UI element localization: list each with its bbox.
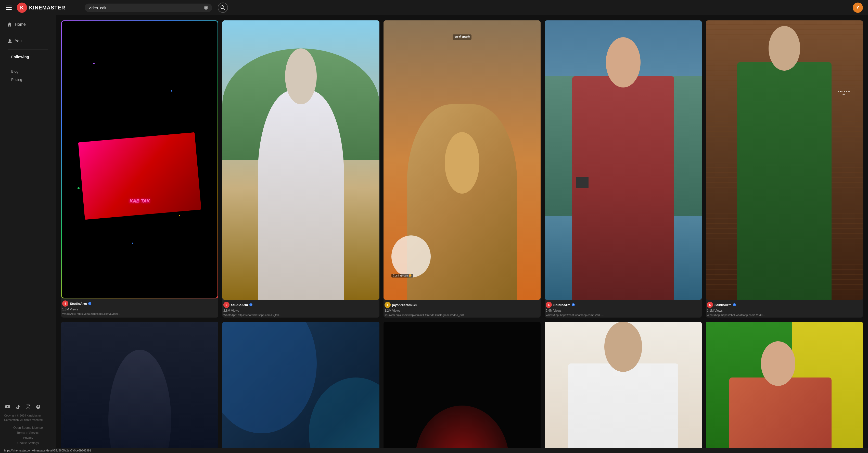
- user-icon: [7, 38, 12, 43]
- creator-avatar-5: S: [707, 302, 713, 308]
- content-area: KAB TAK S StudioArm ✓ 1.3M Views WhatsAp…: [56, 15, 868, 453]
- sidebar-footer: Copyright © 2024 KineMaster Corporation,…: [0, 399, 56, 449]
- video-info-4: S StudioArm ✓ 2.4M Views WhatsApp: https…: [545, 300, 702, 318]
- youtube-icon[interactable]: [4, 403, 11, 411]
- svg-line-6: [224, 8, 225, 10]
- sidebar-divider-2: [8, 49, 48, 50]
- svg-point-12: [29, 405, 30, 406]
- video-desc-5: WhatsApp: https://chat.whatsapp.com/LVjf…: [707, 313, 862, 316]
- creator-name-3: jayshreeram870: [392, 303, 417, 307]
- video-views-5: 1.1M Views: [707, 309, 862, 312]
- following-label: Following: [4, 53, 52, 61]
- video-card-8[interactable]: K KineMaster 6.4M Views: [383, 322, 540, 453]
- video-card-10[interactable]: [706, 322, 863, 453]
- video-card-3[interactable]: जय माँ सरस्वती Coming soon 🤩 j jayshreer…: [383, 21, 540, 318]
- video-card-9[interactable]: [545, 322, 702, 453]
- video-desc-4: WhatsApp: https://chat.whatsapp.com/LVjf…: [546, 313, 701, 316]
- sidebar-divider-3: [8, 64, 48, 64]
- kab-tak-text: KAB TAK: [129, 199, 150, 204]
- logo-text: KINEMASTER: [29, 5, 65, 11]
- sidebar-item-blog[interactable]: Blog: [4, 67, 52, 76]
- svg-point-7: [9, 39, 11, 41]
- video-desc-1: WhatsApp: https://chat.whatsapp.com/LVjf…: [62, 312, 217, 315]
- video-card-2[interactable]: S StudioArm ✓ 2.8M Views WhatsApp: https…: [222, 21, 379, 318]
- search-clear-button[interactable]: [204, 6, 208, 10]
- video-card-5[interactable]: CHIT CHATHU... S StudioArm ✓ 1.1M Views …: [706, 21, 863, 318]
- logo[interactable]: K KINEMASTER: [17, 3, 65, 13]
- video-card-4[interactable]: S StudioArm ✓ 2.4M Views WhatsApp: https…: [545, 21, 702, 318]
- sidebar-divider-1: [8, 33, 48, 33]
- svg-point-5: [221, 6, 224, 9]
- video-info-3: j jayshreeram870 1.2M Views sarswati puj…: [383, 300, 540, 318]
- creator-avatar-1: S: [62, 300, 68, 307]
- statusbar: https://kinemaster.com/kinespace/detail/…: [0, 448, 868, 453]
- sidebar-item-pricing[interactable]: Pricing: [4, 76, 52, 84]
- goddess-title: जय माँ सरस्वती: [453, 34, 471, 40]
- video-views-1: 1.3M Views: [62, 308, 217, 311]
- video-creator-5: S StudioArm ✓: [707, 302, 862, 308]
- footer-link-terms[interactable]: Terms of Service: [4, 431, 52, 435]
- creator-name-2: StudioArm: [231, 303, 248, 307]
- video-card-6[interactable]: [61, 322, 218, 453]
- creator-name-5: StudioArm: [714, 303, 731, 307]
- verified-icon-4: ✓: [572, 303, 575, 306]
- instagram-icon[interactable]: [25, 403, 32, 411]
- video-desc-3: sarswati puja #sarswapyipuja24 #trends #…: [384, 313, 539, 316]
- video-card-1[interactable]: KAB TAK S StudioArm ✓ 1.3M Views WhatsAp…: [61, 21, 218, 318]
- svg-point-11: [27, 406, 29, 408]
- creator-avatar-2: S: [223, 302, 229, 308]
- copyright-text: Copyright © 2024 KineMaster Corporation,…: [4, 414, 52, 422]
- creator-avatar-4: S: [546, 302, 552, 308]
- social-links: [4, 403, 52, 411]
- user-avatar[interactable]: Y: [853, 3, 863, 13]
- video-creator-4: S StudioArm ✓: [546, 302, 701, 308]
- video-info-2: S StudioArm ✓ 2.8M Views WhatsApp: https…: [222, 300, 379, 318]
- sidebar: Home You Following Blog Pricing: [0, 15, 56, 453]
- verified-icon-1: ✓: [88, 302, 91, 305]
- status-url: https://kinemaster.com/kinespace/detail/…: [4, 449, 91, 452]
- main-layout: Home You Following Blog Pricing: [0, 15, 868, 453]
- footer-link-opensourcelicense[interactable]: Open Source License: [4, 426, 52, 429]
- video-creator-2: S StudioArm ✓: [223, 302, 378, 308]
- video-creator-1: S StudioArm ✓: [62, 300, 217, 307]
- footer-link-privacy[interactable]: Privacy: [4, 436, 52, 440]
- sidebar-item-you[interactable]: You: [4, 36, 52, 46]
- creator-name-4: StudioArm: [553, 303, 570, 307]
- verified-icon-5: ✓: [733, 303, 736, 306]
- video-grid: KAB TAK S StudioArm ✓ 1.3M Views WhatsAp…: [61, 21, 863, 453]
- search-input[interactable]: [89, 6, 202, 10]
- video-views-3: 1.2M Views: [384, 309, 539, 312]
- topbar: K KINEMASTER Y: [0, 0, 868, 15]
- video-card-7[interactable]: SUBSCRIBE: [222, 322, 379, 453]
- sidebar-label-you: You: [15, 39, 22, 43]
- tiktok-icon[interactable]: [14, 403, 22, 411]
- verified-icon-2: ✓: [249, 303, 252, 306]
- video-creator-3: j jayshreeram870: [384, 302, 539, 308]
- creator-name-1: StudioArm: [70, 302, 87, 306]
- chit-chat-text: CHIT CHATHU...: [838, 90, 850, 96]
- home-icon: [7, 22, 12, 27]
- svg-text:K: K: [20, 5, 24, 10]
- sidebar-nav: Home You Following Blog Pricing: [0, 20, 56, 84]
- sidebar-label-home: Home: [15, 22, 26, 27]
- sidebar-item-home[interactable]: Home: [4, 20, 52, 30]
- search-bar: [85, 4, 212, 12]
- video-views-4: 2.4M Views: [546, 309, 701, 312]
- creator-avatar-3: j: [384, 302, 391, 308]
- video-views-2: 2.8M Views: [223, 309, 378, 312]
- facebook-icon[interactable]: [35, 403, 42, 411]
- search-button[interactable]: [218, 3, 228, 13]
- hamburger-menu[interactable]: [5, 5, 13, 11]
- coming-soon-badge: Coming soon 🤩: [392, 274, 413, 277]
- video-info-5: S StudioArm ✓ 1.1M Views WhatsApp: https…: [706, 300, 863, 318]
- logo-icon: K: [17, 3, 27, 13]
- video-desc-2: WhatsApp: https://chat.whatsapp.com/LVjf…: [223, 313, 378, 316]
- video-info-1: S StudioArm ✓ 1.3M Views WhatsApp: https…: [61, 298, 218, 316]
- footer-link-cookie[interactable]: Cookie Settings: [4, 441, 52, 445]
- footer-links: Open Source License Terms of Service Pri…: [4, 426, 52, 445]
